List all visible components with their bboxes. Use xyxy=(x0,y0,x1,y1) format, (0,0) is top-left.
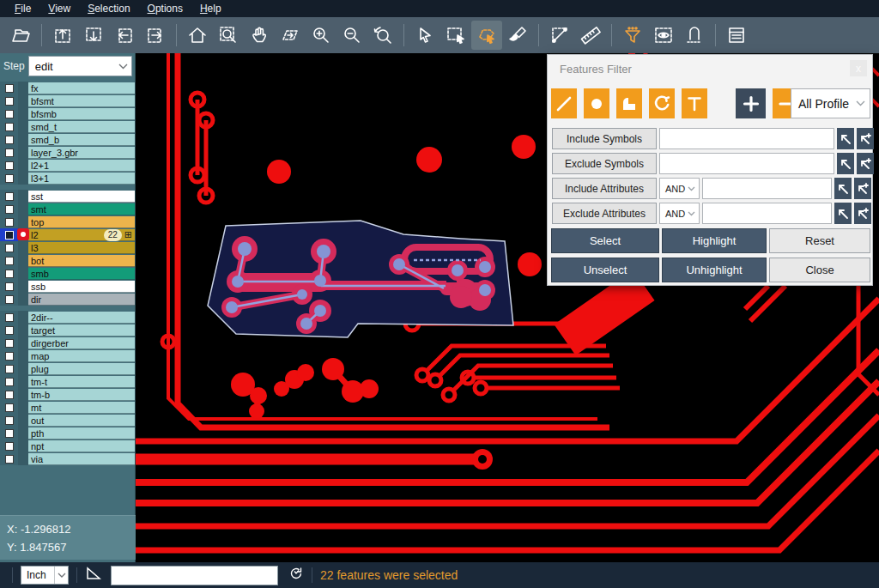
layer-name[interactable]: tm-t xyxy=(28,376,135,388)
layer-name[interactable]: top xyxy=(28,216,135,228)
line-feature-icon[interactable] xyxy=(551,88,577,118)
layer-row-dir[interactable]: dir xyxy=(0,293,135,306)
unhighlight-button[interactable]: Unhighlight xyxy=(662,258,767,282)
exclude-symbols-input[interactable] xyxy=(659,153,834,174)
snap-angle-icon[interactable] xyxy=(85,566,102,585)
layer-checkbox[interactable] xyxy=(5,391,14,399)
surface-feature-icon[interactable] xyxy=(616,88,642,118)
layer-checkbox[interactable] xyxy=(5,231,14,239)
pan-hand-icon[interactable] xyxy=(244,21,275,50)
include-attributes-operator-select[interactable]: AND xyxy=(659,178,700,199)
include-symbols-button[interactable]: Include Symbols xyxy=(552,128,657,149)
measure-ruler-icon[interactable] xyxy=(575,21,606,50)
layer-name[interactable]: l2+1 xyxy=(28,160,135,172)
include-attributes-input[interactable] xyxy=(702,178,832,199)
pick-add-from-screen-icon[interactable] xyxy=(854,203,871,224)
layer-row-sst[interactable]: sst xyxy=(0,190,135,203)
layer-name[interactable]: npt xyxy=(28,440,135,452)
refresh-icon[interactable] xyxy=(288,566,304,585)
layer-name[interactable]: smt xyxy=(28,203,135,215)
layer-name[interactable]: mt xyxy=(28,402,135,414)
pad-feature-icon[interactable] xyxy=(584,88,609,118)
layer-row-2dir--[interactable]: 2dir-- xyxy=(0,311,135,324)
zoom-previous-icon[interactable] xyxy=(367,21,398,50)
layer-checkbox[interactable] xyxy=(5,161,14,170)
menu-file[interactable]: File xyxy=(7,1,39,16)
layer-name[interactable]: ssb xyxy=(28,281,135,293)
zoom-in-icon[interactable] xyxy=(306,21,336,50)
layer-name[interactable]: target xyxy=(28,324,135,336)
layer-checkbox[interactable] xyxy=(5,192,14,201)
home-view-icon[interactable] xyxy=(182,21,213,50)
arc-feature-icon[interactable] xyxy=(649,88,675,118)
layer-checkbox[interactable] xyxy=(5,257,14,265)
layer-checkbox[interactable] xyxy=(5,416,14,425)
pan-right-icon[interactable] xyxy=(140,21,171,50)
snap-magnet-icon[interactable] xyxy=(679,21,710,50)
pan-left-icon[interactable] xyxy=(109,21,140,50)
layer-row-l2[interactable]: l222⊞ xyxy=(0,228,135,241)
layer-row-top[interactable]: top xyxy=(0,215,135,228)
layer-name[interactable]: layer_3.gbr xyxy=(28,147,135,159)
layer-name[interactable]: l3 xyxy=(28,242,135,254)
layer-checkbox[interactable] xyxy=(5,365,14,373)
layers-table-icon[interactable] xyxy=(721,21,752,50)
unselect-button[interactable]: Unselect xyxy=(551,258,659,282)
layer-checkbox[interactable] xyxy=(5,455,14,464)
layer-name[interactable]: bfsmb xyxy=(28,108,135,120)
highlight-button[interactable]: Highlight xyxy=(662,228,767,253)
layer-name[interactable]: 2dir-- xyxy=(28,312,135,324)
profile-select[interactable]: All Profile xyxy=(791,88,870,118)
layer-row-npt[interactable]: npt xyxy=(0,439,135,452)
layer-checkbox[interactable] xyxy=(5,429,14,438)
layer-checkbox[interactable] xyxy=(5,136,14,144)
layer-name[interactable]: plug xyxy=(28,363,135,375)
close-button[interactable]: Close xyxy=(769,258,870,282)
layer-name[interactable]: map xyxy=(28,350,135,362)
layer-checkbox[interactable] xyxy=(5,326,14,335)
layer-name[interactable]: sst xyxy=(28,191,135,203)
layer-row-ssb[interactable]: ssb xyxy=(0,280,135,293)
menu-selection[interactable]: Selection xyxy=(80,1,137,16)
text-feature-icon[interactable] xyxy=(682,88,707,118)
layer-row-bot[interactable]: bot xyxy=(0,254,135,267)
layer-row-bfsmt[interactable]: bfsmt xyxy=(0,94,135,107)
measure-line-icon[interactable] xyxy=(544,21,575,50)
layer-name[interactable]: l3+1 xyxy=(28,173,135,185)
zoom-window-icon[interactable] xyxy=(213,21,244,50)
menu-options[interactable]: Options xyxy=(140,1,191,16)
layer-row-tm-t[interactable]: tm-t xyxy=(0,375,135,388)
pick-from-screen-icon[interactable] xyxy=(837,128,854,149)
include-attributes-button[interactable]: Include Attributes xyxy=(552,178,657,199)
exclude-attributes-input[interactable] xyxy=(702,203,832,224)
step-select[interactable]: edit xyxy=(28,56,132,76)
select-polygon-icon[interactable] xyxy=(471,21,502,50)
pick-from-screen-icon[interactable] xyxy=(834,178,852,199)
pick-from-screen-icon[interactable] xyxy=(837,153,854,174)
layer-row-via[interactable]: via xyxy=(0,452,135,465)
view-options-icon[interactable] xyxy=(648,21,679,50)
include-symbols-input[interactable] xyxy=(659,128,834,149)
layer-checkbox[interactable] xyxy=(5,295,14,304)
zoom-out-icon[interactable] xyxy=(336,21,367,50)
positive-polarity-icon[interactable] xyxy=(736,88,766,118)
layer-name[interactable]: tm-b xyxy=(28,389,135,401)
layer-name[interactable]: pth xyxy=(28,427,135,439)
layer-checkbox[interactable] xyxy=(5,403,14,412)
layer-checkbox[interactable] xyxy=(5,339,14,348)
layer-row-plug[interactable]: plug xyxy=(0,362,135,375)
layer-checkbox[interactable] xyxy=(5,244,14,252)
layer-name[interactable]: dirgerber xyxy=(28,337,135,349)
open-folder-icon[interactable] xyxy=(5,21,36,50)
layer-row-dirgerber[interactable]: dirgerber xyxy=(0,336,135,349)
layer-checkbox[interactable] xyxy=(5,123,14,131)
paint-brush-icon[interactable] xyxy=(502,21,533,50)
layer-row-layer_3.gbr[interactable]: layer_3.gbr xyxy=(0,146,135,159)
layer-name[interactable]: dir xyxy=(28,294,135,306)
layer-name[interactable]: smd_t xyxy=(28,121,135,133)
select-button[interactable]: Select xyxy=(551,228,659,253)
exclude-attributes-operator-select[interactable]: AND xyxy=(659,203,700,224)
pick-add-from-screen-icon[interactable] xyxy=(857,153,874,174)
menu-view[interactable]: View xyxy=(40,1,78,16)
units-select[interactable]: Inch xyxy=(21,566,69,585)
